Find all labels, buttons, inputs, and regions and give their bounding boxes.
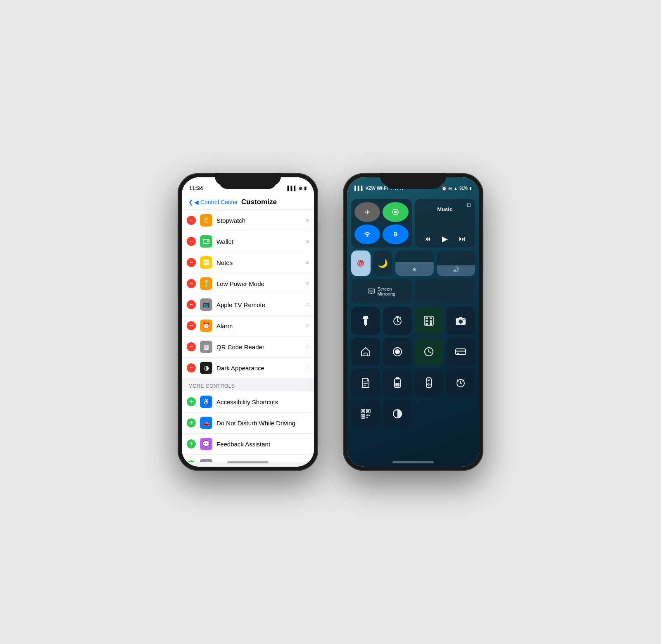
remove-button[interactable]: − <box>187 342 196 351</box>
drag-handle-icon[interactable]: ≡ <box>306 280 309 287</box>
remove-button[interactable]: − <box>187 321 196 330</box>
list-item[interactable]: + 🚗 Do Not Disturb While Driving <box>182 413 314 434</box>
settings-screen: 11:34 ▌▌▌ ⊛ ▮ ❮ ◀ Control Center Customi… <box>182 177 314 467</box>
list-item[interactable]: − 📺 Apple TV Remote ≡ <box>182 294 314 315</box>
volume-down-button[interactable] <box>178 268 178 291</box>
list-item[interactable]: − 🔋 Low Power Mode ≡ <box>182 273 314 294</box>
svg-rect-21 <box>364 319 367 325</box>
prev-button[interactable]: ⏮ <box>424 235 431 243</box>
volume-down-button[interactable] <box>343 268 343 291</box>
flashlight-button[interactable] <box>351 307 380 335</box>
drag-handle-icon[interactable]: ≡ <box>306 343 309 350</box>
mute-button[interactable] <box>343 223 343 236</box>
next-button[interactable]: ⏭ <box>459 235 466 243</box>
list-item[interactable]: + ♿ Accessibility Shortcuts <box>182 391 314 413</box>
list-item[interactable]: − ◑ Dark Appearance ≡ <box>182 358 314 378</box>
battery-cc-button[interactable] <box>383 369 412 397</box>
add-button[interactable]: + <box>187 439 196 448</box>
remove-button[interactable]: − <box>187 363 196 372</box>
list-item[interactable]: − ▦ QR Code Reader ≡ <box>182 336 314 358</box>
svg-rect-31 <box>426 320 428 322</box>
list-item[interactable]: − Wallet ≡ <box>182 231 314 252</box>
list-item[interactable]: − ⏰ Alarm ≡ <box>182 315 314 336</box>
phone-notch <box>384 177 442 189</box>
add-button[interactable]: + <box>187 418 196 427</box>
included-section: − ⏱ Stopwatch ≡ − Wallet ≡ <box>182 210 314 378</box>
signal-icon: ▌▌▌ <box>288 186 297 191</box>
remote-button[interactable] <box>415 369 444 397</box>
airplay-icon[interactable]: ⊡ <box>467 202 471 208</box>
wallet-cc-button[interactable] <box>446 338 475 366</box>
remove-button[interactable]: − <box>187 279 196 288</box>
add-button[interactable]: + <box>187 397 196 406</box>
settings-nav: ❮ ◀ Control Center Customize <box>182 196 314 210</box>
back-chevron-icon: ❮ <box>188 199 193 205</box>
home-button[interactable] <box>351 338 380 366</box>
home-bar[interactable] <box>392 461 434 463</box>
remove-button[interactable]: − <box>187 300 196 309</box>
brightness-slider[interactable]: ☀ <box>395 250 434 276</box>
empty-tile <box>415 279 476 304</box>
back-button[interactable]: ❮ ◀ Control Center <box>188 199 238 205</box>
remove-button[interactable]: − <box>187 216 196 225</box>
volume-up-button[interactable] <box>343 241 343 264</box>
drag-handle-icon[interactable]: ≡ <box>306 365 309 371</box>
list-item[interactable]: − ⏱ Stopwatch ≡ <box>182 210 314 231</box>
rotation-lock-button[interactable] <box>351 250 371 276</box>
svg-rect-32 <box>430 320 432 322</box>
home-bar[interactable] <box>227 461 269 463</box>
drag-handle-icon[interactable]: ≡ <box>306 259 309 266</box>
drag-handle-icon[interactable]: ≡ <box>306 301 309 308</box>
alarm-cc-button[interactable] <box>446 369 475 397</box>
wifi-button[interactable] <box>354 224 380 244</box>
camera-button[interactable] <box>446 307 475 335</box>
screen-record-button[interactable] <box>383 338 412 366</box>
svg-line-27 <box>400 317 401 318</box>
power-button[interactable] <box>318 235 318 268</box>
drag-handle-icon[interactable]: ≡ <box>306 217 309 224</box>
dark-mode-cc-button[interactable] <box>383 400 412 428</box>
timer-button[interactable] <box>383 307 412 335</box>
item-label: Accessibility Shortcuts <box>216 398 309 405</box>
svg-point-61 <box>430 384 431 385</box>
svg-rect-72 <box>362 415 364 417</box>
item-label: Do Not Disturb While Driving <box>216 420 309 427</box>
svg-rect-30 <box>430 317 432 319</box>
world-clock-button[interactable] <box>415 338 444 366</box>
notes-icon <box>200 256 212 269</box>
play-button[interactable]: ▶ <box>442 234 448 243</box>
add-button[interactable]: + <box>187 460 196 462</box>
power-button[interactable] <box>483 235 483 268</box>
notes-cc-button[interactable] <box>351 369 380 397</box>
back-label[interactable]: ◀ Control Center <box>194 199 238 205</box>
volume-slider[interactable]: 🔊 <box>437 250 475 276</box>
svg-rect-74 <box>369 415 370 416</box>
mute-button[interactable] <box>178 223 178 236</box>
music-tile: ⊡ Music ⏮ ▶ ⏭ <box>415 199 476 248</box>
list-item[interactable]: + 💬 Feedback Assistant <box>182 434 314 455</box>
remove-button[interactable]: − <box>187 258 196 267</box>
qr-cc-button[interactable] <box>351 400 380 428</box>
volume-up-button[interactable] <box>178 241 178 264</box>
music-controls: ⏮ ▶ ⏭ <box>419 234 471 243</box>
svg-point-42 <box>395 349 400 354</box>
screen-mirroring-button[interactable]: ScreenMirroring <box>351 279 412 304</box>
airplane-status-icon: ▲ <box>454 186 458 191</box>
calculator-button[interactable] <box>415 307 444 335</box>
bluetooth-button[interactable]: B <box>383 224 408 244</box>
settings-list[interactable]: − ⏱ Stopwatch ≡ − Wallet ≡ <box>182 210 314 462</box>
airplane-mode-button[interactable]: ✈ <box>354 202 380 222</box>
item-label: Low Power Mode <box>216 280 302 287</box>
remove-button[interactable]: − <box>187 237 196 246</box>
list-item[interactable]: − Notes ≡ <box>182 252 314 273</box>
drag-handle-icon[interactable]: ≡ <box>306 322 309 329</box>
cellular-button[interactable] <box>383 202 408 222</box>
alarm-icon: ⏰ <box>200 320 212 332</box>
status-time: 11:34 <box>189 185 203 191</box>
svg-point-12 <box>367 236 368 237</box>
svg-rect-53 <box>396 377 399 379</box>
drag-handle-icon[interactable]: ≡ <box>306 238 309 245</box>
connectivity-tile: ✈ <box>351 199 412 248</box>
wallet-icon <box>200 235 212 248</box>
do-not-disturb-button[interactable]: 🌙 <box>373 250 393 276</box>
